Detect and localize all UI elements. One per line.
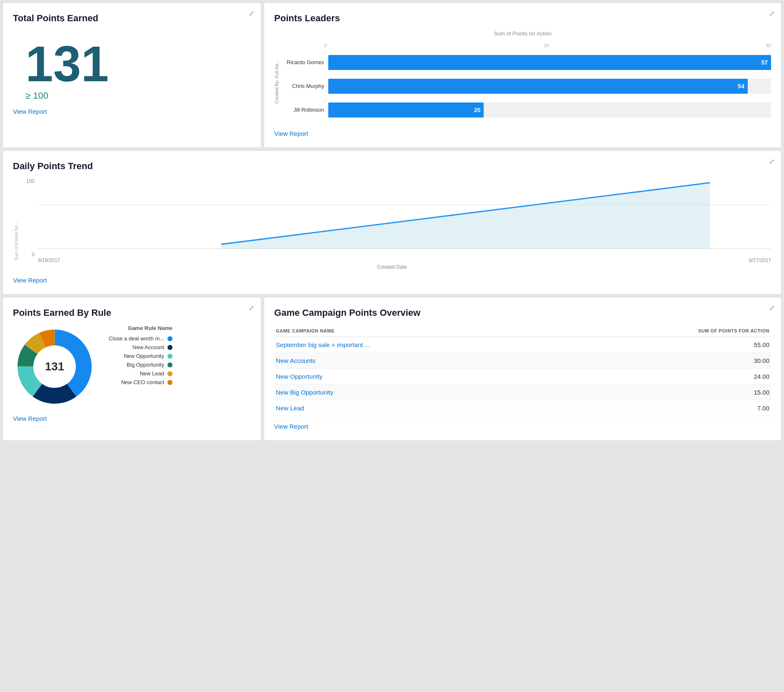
bar-chart: 0 20 40 Ricardo Gomez 57 Chris Murphy 54	[282, 40, 771, 123]
legend-title: Game Rule Name	[109, 325, 172, 331]
legend-item-1: New Account	[109, 344, 172, 350]
campaign-row-1: New Accounts30.00	[274, 353, 771, 369]
bar-fill-1: 54	[328, 79, 747, 94]
daily-trend-view-report[interactable]: View Report	[13, 277, 47, 284]
campaign-row-2: New Opportunity24.00	[274, 369, 771, 385]
legend-dot-0	[167, 336, 172, 341]
daily-trend-card: Daily Points Trend ⤢ Sum of Points for .…	[2, 150, 782, 295]
trend-x-label-end: 9/27/2017	[749, 257, 771, 263]
game-campaign-view-report[interactable]: View Report	[274, 423, 308, 430]
trend-x-title: Created Date	[377, 264, 407, 270]
trend-y-axis: Sum of Points for ... 100 0	[13, 178, 38, 257]
bar-track-0: 57	[328, 55, 771, 70]
expand-icon-rule[interactable]: ⤢	[249, 304, 254, 312]
legend-item-4: New Lead	[109, 370, 172, 377]
campaign-name-2[interactable]: New Opportunity	[274, 369, 555, 385]
legend-label-1: New Account	[132, 344, 164, 350]
trend-chart-area: Sum of Points for ... 100 0 9/19/2017 9/…	[13, 178, 771, 270]
daily-trend-title: Daily Points Trend	[13, 161, 771, 172]
bar-track-1: 54	[328, 79, 771, 94]
campaign-name-1[interactable]: New Accounts	[274, 353, 555, 369]
campaign-row-0: September big sale + important ...55.00	[274, 337, 771, 353]
points-rule-title: Points Earned By Rule	[13, 307, 251, 318]
col-header-points: SUM OF POINTS FOR ACTION	[555, 325, 771, 337]
campaign-points-0: 55.00	[555, 337, 771, 353]
bar-label-1: Chris Murphy	[282, 83, 328, 89]
legend: Game Rule Name Close a deal worth m... N…	[109, 325, 172, 385]
total-points-value: 131	[25, 39, 251, 89]
legend-dot-2	[167, 354, 172, 359]
bar-fill-2: 20	[328, 102, 484, 117]
campaign-points-2: 24.00	[555, 369, 771, 385]
legend-item-2: New Opportunity	[109, 353, 172, 359]
campaign-points-3: 15.00	[555, 385, 771, 400]
legend-item-3: Big Opportunity	[109, 362, 172, 368]
points-leaders-subtitle: Sum of Points for Action	[274, 30, 771, 37]
campaign-name-0[interactable]: September big sale + important ...	[274, 337, 555, 353]
legend-label-5: New CEO contact	[121, 379, 164, 385]
expand-icon-trend[interactable]: ⤢	[769, 157, 774, 165]
legend-label-3: Big Opportunity	[127, 362, 164, 368]
campaign-name-3[interactable]: New Big Opportunity	[274, 385, 555, 400]
axis-0: 0	[324, 43, 327, 48]
expand-icon-leaders[interactable]: ⤢	[769, 10, 774, 17]
legend-dot-3	[167, 362, 172, 367]
legend-label-0: Close a deal worth m...	[109, 335, 164, 342]
bar-chart-container: Created By: Full Na... 0 20 40 Ricardo G…	[274, 40, 771, 123]
pie-legend-row: 131 Game Rule Name Close a deal worth m.…	[13, 325, 251, 408]
campaign-table: GAME CAMPAIGN NAME SUM OF POINTS FOR ACT…	[274, 325, 771, 416]
points-rule-card: Points Earned By Rule ⤢ 131	[2, 297, 261, 441]
trend-y-axis-title: Sum of Points for ...	[14, 220, 19, 261]
total-points-threshold: ≥ 100	[25, 90, 251, 101]
donut-chart: 131	[13, 325, 96, 408]
campaign-row-3: New Big Opportunity15.00	[274, 385, 771, 400]
dashboard: Total Points Earned ⤢ 131 ≥ 100 View Rep…	[0, 0, 784, 443]
points-leaders-title: Points Leaders	[274, 13, 771, 24]
total-points-title: Total Points Earned	[13, 13, 251, 24]
legend-label-4: New Lead	[140, 370, 164, 377]
game-campaign-card: Game Campaign Points Overview ⤢ GAME CAM…	[264, 297, 782, 441]
total-points-card: Total Points Earned ⤢ 131 ≥ 100 View Rep…	[2, 2, 261, 148]
legend-dot-4	[167, 371, 172, 376]
expand-icon[interactable]: ⤢	[249, 10, 254, 17]
trend-x-axis: 9/19/2017 9/27/2017	[38, 257, 771, 263]
trend-svg	[38, 178, 771, 257]
trend-y-label-0: 0	[32, 252, 35, 257]
bar-label-0: Ricardo Gomez	[282, 59, 328, 65]
campaign-points-1: 30.00	[555, 353, 771, 369]
donut-center-value: 131	[45, 360, 65, 373]
campaign-row-4: New Lead7.00	[274, 400, 771, 416]
points-leaders-view-report[interactable]: View Report	[274, 130, 308, 137]
bar-axis-top: 0 20 40	[282, 43, 771, 48]
points-leaders-card: Points Leaders ⤢ Sum of Points for Actio…	[264, 2, 782, 148]
col-header-name: GAME CAMPAIGN NAME	[274, 325, 555, 337]
legend-item-0: Close a deal worth m...	[109, 335, 172, 342]
trend-chart-svg	[38, 178, 771, 257]
bar-label-2: Jill Robinson	[282, 107, 328, 113]
points-rule-view-report[interactable]: View Report	[13, 415, 47, 422]
bar-track-2: 20	[328, 102, 771, 117]
game-campaign-title: Game Campaign Points Overview	[274, 307, 771, 318]
legend-label-2: New Opportunity	[124, 353, 164, 359]
legend-dot-5	[167, 380, 172, 385]
y-axis-label: Created By: Full Na...	[274, 40, 279, 123]
campaign-points-4: 7.00	[555, 400, 771, 416]
axis-40: 40	[766, 43, 771, 48]
legend-item-5: New CEO contact	[109, 379, 172, 385]
total-points-view-report[interactable]: View Report	[13, 108, 251, 115]
bar-fill-0: 57	[328, 55, 771, 70]
bar-row-0: Ricardo Gomez 57	[282, 55, 771, 70]
trend-y-label-100: 100	[26, 178, 35, 184]
campaign-name-4[interactable]: New Lead	[274, 400, 555, 416]
expand-icon-campaign[interactable]: ⤢	[769, 304, 774, 312]
axis-20: 20	[544, 43, 549, 48]
bar-row-2: Jill Robinson 20	[282, 102, 771, 117]
bar-row-1: Chris Murphy 54	[282, 79, 771, 94]
legend-dot-1	[167, 345, 172, 350]
trend-x-label-start: 9/19/2017	[38, 257, 60, 263]
